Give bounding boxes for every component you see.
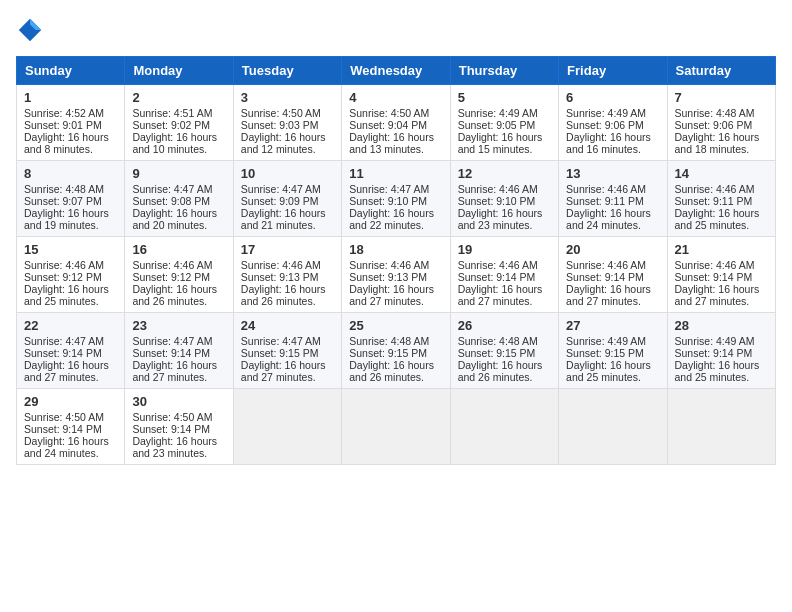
daylight-label: Daylight: 16 hours and 27 minutes. [132, 359, 217, 383]
daylight-label: Daylight: 16 hours and 24 minutes. [24, 435, 109, 459]
daylight-label: Daylight: 16 hours and 26 minutes. [349, 359, 434, 383]
day-number: 12 [458, 166, 551, 181]
calendar-cell: 11Sunrise: 4:47 AMSunset: 9:10 PMDayligh… [342, 161, 450, 237]
calendar-cell: 17Sunrise: 4:46 AMSunset: 9:13 PMDayligh… [233, 237, 341, 313]
sunset-label: Sunset: 9:07 PM [24, 195, 102, 207]
daylight-label: Daylight: 16 hours and 19 minutes. [24, 207, 109, 231]
calendar-cell: 13Sunrise: 4:46 AMSunset: 9:11 PMDayligh… [559, 161, 667, 237]
day-number: 20 [566, 242, 659, 257]
daylight-label: Daylight: 16 hours and 18 minutes. [675, 131, 760, 155]
sunrise-label: Sunrise: 4:47 AM [349, 183, 429, 195]
day-number: 10 [241, 166, 334, 181]
daylight-label: Daylight: 16 hours and 8 minutes. [24, 131, 109, 155]
calendar-cell [233, 389, 341, 465]
daylight-label: Daylight: 16 hours and 23 minutes. [132, 435, 217, 459]
sunset-label: Sunset: 9:14 PM [132, 347, 210, 359]
sunrise-label: Sunrise: 4:50 AM [24, 411, 104, 423]
sunrise-label: Sunrise: 4:50 AM [241, 107, 321, 119]
daylight-label: Daylight: 16 hours and 13 minutes. [349, 131, 434, 155]
daylight-label: Daylight: 16 hours and 24 minutes. [566, 207, 651, 231]
daylight-label: Daylight: 16 hours and 27 minutes. [675, 283, 760, 307]
calendar-cell: 8Sunrise: 4:48 AMSunset: 9:07 PMDaylight… [17, 161, 125, 237]
daylight-label: Daylight: 16 hours and 27 minutes. [24, 359, 109, 383]
sunset-label: Sunset: 9:08 PM [132, 195, 210, 207]
calendar-cell: 9Sunrise: 4:47 AMSunset: 9:08 PMDaylight… [125, 161, 233, 237]
day-number: 29 [24, 394, 117, 409]
page-header [16, 16, 776, 44]
day-number: 16 [132, 242, 225, 257]
logo-icon [16, 16, 44, 44]
calendar-cell: 12Sunrise: 4:46 AMSunset: 9:10 PMDayligh… [450, 161, 558, 237]
day-header-friday: Friday [559, 57, 667, 85]
header-row: SundayMondayTuesdayWednesdayThursdayFrid… [17, 57, 776, 85]
sunset-label: Sunset: 9:10 PM [349, 195, 427, 207]
daylight-label: Daylight: 16 hours and 26 minutes. [132, 283, 217, 307]
day-header-monday: Monday [125, 57, 233, 85]
day-number: 8 [24, 166, 117, 181]
calendar-week-2: 8Sunrise: 4:48 AMSunset: 9:07 PMDaylight… [17, 161, 776, 237]
daylight-label: Daylight: 16 hours and 12 minutes. [241, 131, 326, 155]
sunrise-label: Sunrise: 4:47 AM [241, 335, 321, 347]
daylight-label: Daylight: 16 hours and 15 minutes. [458, 131, 543, 155]
calendar-cell: 20Sunrise: 4:46 AMSunset: 9:14 PMDayligh… [559, 237, 667, 313]
calendar-cell [342, 389, 450, 465]
sunrise-label: Sunrise: 4:50 AM [132, 411, 212, 423]
sunrise-label: Sunrise: 4:51 AM [132, 107, 212, 119]
calendar-cell: 23Sunrise: 4:47 AMSunset: 9:14 PMDayligh… [125, 313, 233, 389]
calendar-cell: 26Sunrise: 4:48 AMSunset: 9:15 PMDayligh… [450, 313, 558, 389]
day-number: 6 [566, 90, 659, 105]
sunset-label: Sunset: 9:15 PM [349, 347, 427, 359]
sunrise-label: Sunrise: 4:46 AM [132, 259, 212, 271]
calendar-cell: 3Sunrise: 4:50 AMSunset: 9:03 PMDaylight… [233, 85, 341, 161]
daylight-label: Daylight: 16 hours and 26 minutes. [241, 283, 326, 307]
sunset-label: Sunset: 9:13 PM [349, 271, 427, 283]
calendar-cell: 19Sunrise: 4:46 AMSunset: 9:14 PMDayligh… [450, 237, 558, 313]
sunset-label: Sunset: 9:05 PM [458, 119, 536, 131]
sunrise-label: Sunrise: 4:46 AM [675, 259, 755, 271]
sunset-label: Sunset: 9:09 PM [241, 195, 319, 207]
daylight-label: Daylight: 16 hours and 23 minutes. [458, 207, 543, 231]
calendar-cell: 24Sunrise: 4:47 AMSunset: 9:15 PMDayligh… [233, 313, 341, 389]
sunset-label: Sunset: 9:15 PM [566, 347, 644, 359]
calendar-cell: 1Sunrise: 4:52 AMSunset: 9:01 PMDaylight… [17, 85, 125, 161]
daylight-label: Daylight: 16 hours and 26 minutes. [458, 359, 543, 383]
day-header-sunday: Sunday [17, 57, 125, 85]
sunset-label: Sunset: 9:14 PM [132, 423, 210, 435]
calendar-cell: 2Sunrise: 4:51 AMSunset: 9:02 PMDaylight… [125, 85, 233, 161]
sunrise-label: Sunrise: 4:47 AM [132, 335, 212, 347]
day-number: 14 [675, 166, 768, 181]
day-number: 18 [349, 242, 442, 257]
calendar-week-5: 29Sunrise: 4:50 AMSunset: 9:14 PMDayligh… [17, 389, 776, 465]
sunset-label: Sunset: 9:01 PM [24, 119, 102, 131]
calendar-cell: 28Sunrise: 4:49 AMSunset: 9:14 PMDayligh… [667, 313, 775, 389]
sunrise-label: Sunrise: 4:46 AM [349, 259, 429, 271]
sunset-label: Sunset: 9:06 PM [566, 119, 644, 131]
calendar-cell: 18Sunrise: 4:46 AMSunset: 9:13 PMDayligh… [342, 237, 450, 313]
day-number: 2 [132, 90, 225, 105]
daylight-label: Daylight: 16 hours and 25 minutes. [675, 207, 760, 231]
daylight-label: Daylight: 16 hours and 25 minutes. [566, 359, 651, 383]
day-number: 28 [675, 318, 768, 333]
sunset-label: Sunset: 9:14 PM [566, 271, 644, 283]
sunset-label: Sunset: 9:14 PM [458, 271, 536, 283]
sunrise-label: Sunrise: 4:47 AM [241, 183, 321, 195]
daylight-label: Daylight: 16 hours and 27 minutes. [458, 283, 543, 307]
calendar-cell: 21Sunrise: 4:46 AMSunset: 9:14 PMDayligh… [667, 237, 775, 313]
sunset-label: Sunset: 9:04 PM [349, 119, 427, 131]
sunrise-label: Sunrise: 4:47 AM [132, 183, 212, 195]
sunrise-label: Sunrise: 4:47 AM [24, 335, 104, 347]
day-number: 1 [24, 90, 117, 105]
calendar-cell [667, 389, 775, 465]
sunset-label: Sunset: 9:03 PM [241, 119, 319, 131]
sunset-label: Sunset: 9:15 PM [458, 347, 536, 359]
calendar-cell: 15Sunrise: 4:46 AMSunset: 9:12 PMDayligh… [17, 237, 125, 313]
sunset-label: Sunset: 9:14 PM [675, 347, 753, 359]
sunset-label: Sunset: 9:12 PM [132, 271, 210, 283]
daylight-label: Daylight: 16 hours and 27 minutes. [349, 283, 434, 307]
day-header-thursday: Thursday [450, 57, 558, 85]
daylight-label: Daylight: 16 hours and 22 minutes. [349, 207, 434, 231]
day-header-tuesday: Tuesday [233, 57, 341, 85]
calendar-table: SundayMondayTuesdayWednesdayThursdayFrid… [16, 56, 776, 465]
daylight-label: Daylight: 16 hours and 25 minutes. [24, 283, 109, 307]
calendar-body: 1Sunrise: 4:52 AMSunset: 9:01 PMDaylight… [17, 85, 776, 465]
